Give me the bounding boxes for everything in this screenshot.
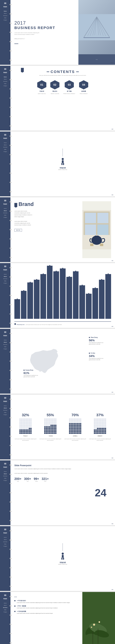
menu-icon-4[interactable]: [4, 200, 6, 201]
sidebar-item-about-3[interactable]: About: [4, 144, 7, 146]
cell-2-62: [78, 430, 80, 431]
sidebar-item-home[interactable]: Home: [4, 10, 7, 12]
content-title-2: 重点定位: [52, 90, 57, 92]
sidebar-item-home-5[interactable]: Home: [4, 274, 6, 275]
cell-0-29: [27, 423, 28, 424]
cell-3-22: [103, 422, 104, 423]
sidebar-item-services-6[interactable]: Services: [3, 344, 7, 345]
cell-0-42: [22, 426, 24, 428]
sidebar-item-services-3[interactable]: Services: [3, 146, 7, 148]
sidebar-item-services-5[interactable]: Services: [3, 278, 7, 280]
sidebar-item-project-9[interactable]: Project: [4, 546, 7, 547]
sidebar-item-project[interactable]: Project: [4, 19, 7, 21]
sidebar-item-home-6[interactable]: Home: [4, 339, 6, 341]
sidebar-item-home-3[interactable]: Home: [4, 142, 6, 144]
service-content-3: ✦ 代兴化多积精 Lorem ipsum dolor sit amet cons…: [17, 610, 53, 614]
sidebar-item-data-3[interactable]: Data: [4, 148, 6, 150]
cell-0-64: [19, 431, 21, 432]
sidebar-item-services-8[interactable]: Services: [3, 475, 7, 477]
sidebar-item-project-8[interactable]: Project: [4, 480, 7, 481]
sidebar-nav-8: Home About Services Data Project: [0, 471, 10, 481]
hex-number-1: 01: [40, 83, 43, 86]
sidebar-item-project-7[interactable]: Project: [4, 414, 7, 416]
sidebar-item-about-6[interactable]: About: [4, 342, 7, 343]
sidebar-item-data-8[interactable]: Data: [4, 478, 6, 479]
cell-1-13: [52, 420, 53, 421]
sidebar-item-services-10[interactable]: Services: [3, 607, 8, 608]
sidebar-item-data-9[interactable]: Data: [4, 543, 6, 545]
sidebar-item-services-4[interactable]: Services: [3, 212, 7, 214]
sidebar-item-services-2[interactable]: Services: [3, 80, 7, 82]
svg-rect-22: [85, 224, 96, 235]
sidebar-item-about-2[interactable]: About: [4, 78, 7, 80]
sidebar-item-data-6[interactable]: Data: [4, 346, 6, 348]
sidebar-item-data-5[interactable]: Data: [4, 280, 6, 282]
cell-3-57: [96, 430, 97, 431]
sidebar-item-data-2[interactable]: Data: [4, 83, 6, 84]
sidebar-item-about-8[interactable]: About: [4, 473, 7, 475]
sidebar-item-data-7[interactable]: Data: [4, 412, 6, 413]
cell-0-33: [21, 425, 22, 426]
sidebar-item-data[interactable]: Data: [4, 17, 6, 19]
cell-3-38: [103, 425, 104, 426]
sidebar-item-about-5[interactable]: About: [4, 276, 7, 277]
brand-more-btn[interactable]: 更多详情: [14, 229, 22, 232]
menu-icon-10[interactable]: [4, 594, 6, 596]
cell-0-62: [29, 430, 30, 431]
cell-2-57: [70, 430, 72, 431]
sidebar-item-services-9[interactable]: Services: [3, 541, 7, 543]
sidebar-item-services-7[interactable]: Services: [3, 410, 7, 411]
menu-icon-6[interactable]: [4, 332, 6, 333]
menu-icon-7[interactable]: [4, 397, 6, 398]
cell-1-24: [44, 423, 46, 424]
sidebar-label-10: 导航栏: [3, 598, 7, 600]
menu-icon-9[interactable]: [4, 529, 6, 530]
cell-2-33: [70, 425, 72, 426]
sidebar-item-home-4[interactable]: Home: [4, 208, 6, 209]
sidebar-item-about[interactable]: About: [4, 12, 7, 14]
sidebar-label-5: 导航栏: [3, 269, 7, 271]
sidebar-item-services[interactable]: Services: [3, 15, 7, 16]
slide-4: 导航栏 Home About Services Data Project Bra…: [0, 197, 115, 262]
menu-icon-3[interactable]: [4, 134, 6, 136]
sidebar-item-project-4[interactable]: Project: [4, 216, 7, 218]
content-en-2: TARGET LOCATION: [50, 93, 59, 94]
cell-0-30: [29, 423, 30, 424]
menu-icon[interactable]: [4, 2, 6, 4]
menu-icon-2[interactable]: [4, 68, 6, 70]
menu-icon-5[interactable]: [4, 266, 6, 267]
notebook-rings-10: [10, 592, 11, 644]
sidebar-item-home-7[interactable]: Home: [4, 405, 6, 407]
sidebar-item-project-3[interactable]: Project: [4, 151, 7, 152]
cell-1-14: [54, 420, 55, 421]
sidebar-item-project-2[interactable]: Project: [4, 85, 7, 87]
sidebar-item-data-10[interactable]: Data: [4, 609, 6, 611]
bar-chart: [14, 266, 111, 322]
map-point-3: Guang Dong 61% You're welcome to re-perf…: [24, 370, 39, 378]
cell-3-3: [98, 418, 100, 420]
cell-0-60: [26, 430, 27, 431]
cell-0-1: [21, 418, 22, 420]
sidebar-item-project-5[interactable]: Project: [4, 282, 7, 284]
sidebar-item-data-4[interactable]: Data: [4, 214, 6, 216]
cell-3-68: [100, 431, 102, 432]
cell-1-7: [55, 418, 56, 420]
section-icon-container: 市场分析 MARKT ANALYSIS: [58, 158, 67, 170]
sidebar-item-project-6[interactable]: Project: [4, 348, 7, 350]
sidebar-item-about-7[interactable]: About: [4, 407, 7, 409]
bar-dot-11: [82, 285, 83, 286]
sidebar-item-home-10[interactable]: Home: [4, 602, 6, 604]
menu-icon-8[interactable]: [4, 463, 6, 464]
sidebar-1: 导航栏 Home About Services Data Project: [0, 0, 10, 65]
sidebar-item-project-10[interactable]: Project: [4, 611, 7, 613]
sidebar-nav-10: Home About Services Data Project: [0, 602, 10, 613]
sidebar-item-about-10[interactable]: About: [4, 604, 7, 606]
sidebar-item-about-9[interactable]: About: [4, 539, 7, 540]
map-point-3-name: Guang Dong: [25, 370, 33, 371]
sidebar-item-home-8[interactable]: Home: [4, 471, 6, 472]
sidebar-item-home-2[interactable]: Home: [4, 76, 7, 78]
sidebar-item-home-9[interactable]: Home: [4, 536, 6, 538]
sidebar-item-about-4[interactable]: About: [4, 210, 7, 212]
cell-0-8: [19, 420, 21, 421]
notebook-rings-2: [10, 66, 11, 130]
